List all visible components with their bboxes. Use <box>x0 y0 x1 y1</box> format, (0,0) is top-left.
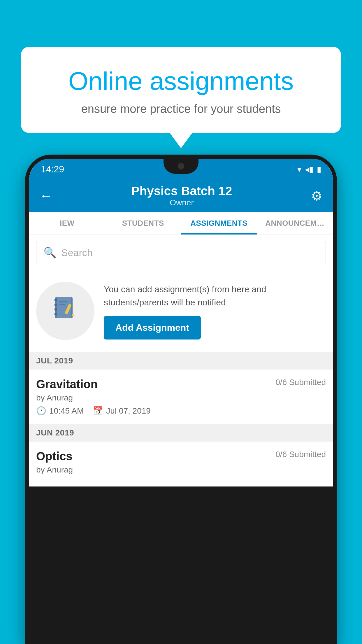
calendar-icon: 📅 <box>93 406 103 416</box>
back-button[interactable]: ← <box>40 188 52 203</box>
search-container: 🔍 Search <box>29 235 333 270</box>
tab-assignments[interactable]: ASSIGNMENTS <box>181 212 257 235</box>
header-title: Physics Batch 12 <box>131 184 232 198</box>
assignment-item-gravitation[interactable]: Gravitation 0/6 Submitted by Anurag 🕐 10… <box>29 370 333 424</box>
signal-icon: ◂▮ <box>305 164 313 174</box>
status-bar: 14:29 ▾ ◂▮ ▮ <box>29 159 333 180</box>
clock-icon: 🕐 <box>36 406 46 416</box>
svg-rect-3 <box>55 304 57 306</box>
battery-icon: ▮ <box>317 164 321 174</box>
speech-bubble: Online assignments ensure more practice … <box>21 47 341 133</box>
camera-dot <box>178 163 184 169</box>
app-header: ← Physics Batch 12 Owner ⚙ <box>29 180 333 212</box>
section-header-jun: JUN 2019 <box>29 424 333 442</box>
assignment-submitted-gravitation: 0/6 Submitted <box>275 378 326 387</box>
search-placeholder: Search <box>61 247 93 258</box>
search-bar[interactable]: 🔍 Search <box>36 241 326 264</box>
notebook-icon <box>52 295 78 327</box>
add-assignment-section: You can add assignment(s) from here and … <box>29 270 333 352</box>
speech-bubble-container: Online assignments ensure more practice … <box>21 47 341 133</box>
status-icons: ▾ ◂▮ ▮ <box>297 164 321 174</box>
meta-time-gravitation: 🕐 10:45 AM <box>36 406 84 416</box>
assignment-info: You can add assignment(s) from here and … <box>104 283 326 340</box>
assignment-item-optics[interactable]: Optics 0/6 Submitted by Anurag <box>29 442 333 487</box>
tab-students[interactable]: STUDENTS <box>105 212 181 235</box>
svg-rect-2 <box>55 299 57 301</box>
header-center: Physics Batch 12 Owner <box>131 184 232 207</box>
tab-iew[interactable]: IEW <box>29 212 105 235</box>
phone-frame: 14:29 ▾ ◂▮ ▮ ← Physics Batch 12 Owner ⚙ … <box>25 155 337 644</box>
tab-bar: IEW STUDENTS ASSIGNMENTS ANNOUNCEM… <box>29 212 333 235</box>
svg-rect-4 <box>55 308 57 311</box>
wifi-icon: ▾ <box>297 164 301 174</box>
assignment-name-optics: Optics <box>36 450 72 463</box>
svg-rect-7 <box>59 304 66 305</box>
meta-date-gravitation: 📅 Jul 07, 2019 <box>93 406 151 416</box>
tab-announcements[interactable]: ANNOUNCEM… <box>257 212 333 235</box>
assignment-by-gravitation: by Anurag <box>36 393 326 402</box>
phone-screen: 14:29 ▾ ◂▮ ▮ ← Physics Batch 12 Owner ⚙ … <box>29 159 333 487</box>
header-subtitle: Owner <box>131 198 232 207</box>
section-header-jul: JUL 2019 <box>29 352 333 370</box>
speech-bubble-title: Online assignments <box>44 67 318 95</box>
assignment-item-top-optics: Optics 0/6 Submitted <box>36 450 326 463</box>
assignment-by-optics: by Anurag <box>36 465 326 475</box>
svg-rect-6 <box>59 301 68 302</box>
speech-bubble-subtitle: ensure more practice for your students <box>44 102 318 116</box>
assignment-icon-circle <box>36 282 94 340</box>
add-assignment-button[interactable]: Add Assignment <box>104 316 201 340</box>
assignment-name-gravitation: Gravitation <box>36 378 98 391</box>
status-time: 14:29 <box>41 164 64 175</box>
settings-button[interactable]: ⚙ <box>311 188 322 203</box>
assignment-meta-gravitation: 🕐 10:45 AM 📅 Jul 07, 2019 <box>36 406 326 416</box>
search-icon: 🔍 <box>43 246 57 259</box>
content-area: 🔍 Search <box>29 235 333 487</box>
notch <box>164 159 198 174</box>
assignment-submitted-optics: 0/6 Submitted <box>275 450 326 459</box>
assignment-info-text: You can add assignment(s) from here and … <box>104 283 326 309</box>
assignment-item-top: Gravitation 0/6 Submitted <box>36 378 326 391</box>
svg-rect-5 <box>55 313 57 315</box>
